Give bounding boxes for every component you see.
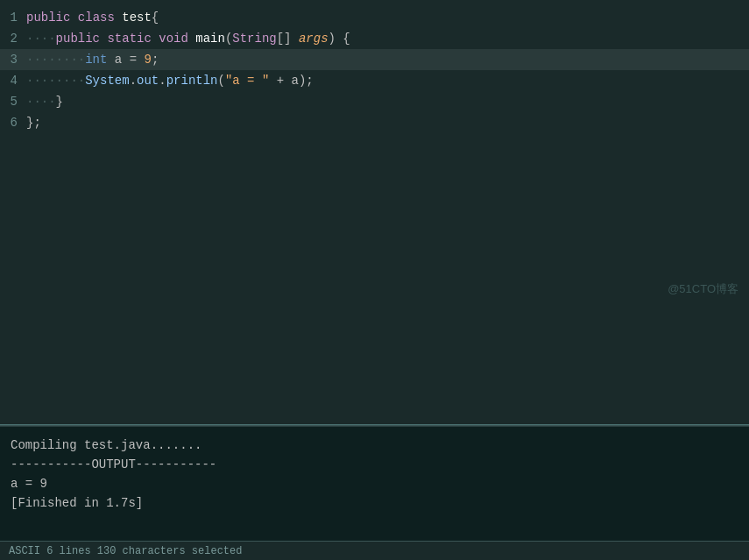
output-line-3: a = 9 <box>11 474 738 493</box>
code-line-5: 5 ····} <box>0 91 749 112</box>
output-line-2: -----------OUTPUT----------- <box>11 455 738 474</box>
status-bar: ASCII 6 lines 130 characters selected <box>0 541 749 560</box>
line-content-3: ········int a = 9; <box>26 49 159 70</box>
code-line-2: 2 ····public static void main(String[] a… <box>0 28 749 49</box>
line-number-5: 5 <box>0 91 26 112</box>
line-content-1: public class test{ <box>26 7 159 28</box>
editor-container: 1 public class test{ 2 ····public static… <box>0 0 749 560</box>
code-line-3: 3 ········int a = 9; <box>0 49 749 70</box>
output-line-1: Compiling test.java....... <box>11 436 738 455</box>
line-content-4: ········System.out.println("a = " + a); <box>26 70 314 91</box>
line-content-5: ····} <box>26 91 63 112</box>
output-area: Compiling test.java....... -----------OU… <box>0 427 749 541</box>
line-content-2: ····public static void main(String[] arg… <box>26 28 350 49</box>
code-line-4: 4 ········System.out.println("a = " + a)… <box>0 70 749 91</box>
line-number-4: 4 <box>0 70 26 91</box>
watermark: @51CTO博客 <box>668 281 738 297</box>
line-number-2: 2 <box>0 28 26 49</box>
code-area[interactable]: 1 public class test{ 2 ····public static… <box>0 0 749 424</box>
status-text: ASCII 6 lines 130 characters selected <box>9 545 242 557</box>
line-number-1: 1 <box>0 7 26 28</box>
output-line-4: [Finished in 1.7s] <box>11 493 738 513</box>
code-line-1: 1 public class test{ <box>0 7 749 28</box>
code-line-6: 6 }; <box>0 112 749 133</box>
line-content-6: }; <box>26 112 41 133</box>
line-number-3: 3 <box>0 49 26 70</box>
line-number-6: 6 <box>0 112 26 133</box>
